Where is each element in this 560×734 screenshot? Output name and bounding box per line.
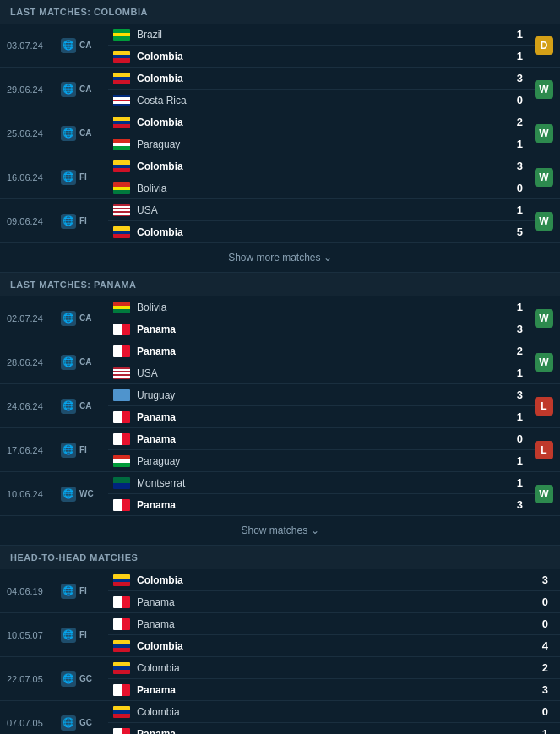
team-name: Colombia [137,226,504,238]
teams-scores: Colombia3Bolivia0 [108,155,535,198]
match-competition: 🌐GC [57,668,108,690]
match-date: 25.06.24 [0,125,57,142]
team-flag [113,324,130,335]
match-date: 24.06.24 [0,398,57,415]
team-flag [113,204,130,216]
team-score: 5 [504,226,530,238]
team-score: 3 [530,683,555,696]
competition-label: WC [79,489,94,498]
team-score: 4 [530,639,555,652]
team-line: Panama2 [108,340,535,362]
team-flag [113,640,130,652]
team-flag [113,226,130,238]
team-line: Colombia5 [108,220,535,242]
match-date: 09.06.24 [0,213,57,230]
panama-show-more[interactable]: Show matches ⌄ [0,516,560,546]
result-badge: W [535,168,553,187]
competition-icon: 🌐 [61,628,76,643]
team-score: 1 [504,410,530,423]
team-line: Bolivia1 [108,296,535,318]
match-date: 10.05.07 [0,627,57,644]
team-line: Panama3 [108,493,535,515]
competition-label: CA [79,357,91,367]
colombia-section: LAST MATCHES: COLOMBIA 03.07.24🌐CABrazil… [0,0,560,273]
team-score: 1 [504,50,530,63]
competition-icon: 🌐 [61,584,76,599]
match-date: 07.07.05 [0,715,57,731]
team-name: Paraguay [137,139,504,150]
team-name: Colombia [137,640,530,652]
team-name: Bolivia [137,182,504,194]
teams-scores: USA1Colombia5 [108,199,535,242]
competition-icon: 🌐 [61,82,76,97]
colombia-show-more[interactable]: Show more matches ⌄ [0,243,560,273]
competition-label: GC [79,674,92,683]
competition-icon: 🌐 [61,487,76,502]
team-flag [113,411,130,423]
competition-label: CA [79,313,91,323]
team-flag [113,499,130,511]
match-row: 02.07.24🌐CABolivia1Panama3W [0,296,560,340]
team-score: 1 [504,476,530,489]
team-name: Costa Rica [137,95,504,106]
team-name: Panama [137,596,530,608]
competition-icon: 🌐 [61,715,76,731]
team-score: 3 [504,389,530,401]
team-flag [113,706,130,718]
h2h-header: HEAD-TO-HEAD MATCHES [0,546,560,569]
match-row: 29.06.24🌐CAColombia3Costa Rica0W [0,68,560,111]
competition-label: CA [79,41,91,50]
team-name: Colombia [137,706,530,718]
team-line: Panama3 [108,318,535,340]
result-badge: W [535,353,553,372]
result-badge: W [535,124,553,143]
team-line: Paraguay1 [108,133,535,155]
team-line: Colombia2 [108,657,560,678]
teams-scores: Colombia0Panama1 [108,701,560,734]
team-name: Panama [137,433,504,445]
match-competition: 🌐CA [57,79,108,101]
competition-icon: 🌐 [61,355,76,370]
team-name: Brazil [137,29,504,41]
team-flag [113,596,130,608]
team-name: Colombia [137,51,504,63]
match-row: 07.07.05🌐GCColombia0Panama1 [0,701,560,734]
team-score: 2 [504,345,530,357]
match-row: 25.06.24🌐CAColombia2Paraguay1W [0,111,560,155]
result-badge: W [535,485,553,503]
competition-icon: 🌐 [61,126,76,141]
team-flag [113,139,130,150]
team-score: 0 [530,595,555,608]
team-line: Panama0 [108,613,560,634]
team-flag [113,618,130,630]
teams-scores: Colombia2Panama3 [108,657,560,700]
team-score: 0 [504,432,530,445]
team-flag [113,684,130,696]
team-score: 1 [530,727,555,734]
team-flag [113,662,130,674]
team-name: Panama [137,345,504,357]
team-score: 0 [530,617,555,630]
team-name: Uruguay [137,389,504,401]
team-score: 1 [504,28,530,41]
team-line: Colombia3 [108,68,535,89]
team-flag [113,728,130,735]
match-row: 28.06.24🌐CAPanama2USA1W [0,340,560,384]
team-score: 2 [504,116,530,128]
team-flag [113,160,130,172]
team-flag [113,117,130,128]
competition-icon: 🌐 [61,671,76,687]
team-flag [113,51,130,63]
team-flag [113,29,130,41]
team-score: 1 [504,454,530,467]
colombia-matches-list: 03.07.24🌐CABrazil1Colombia1D29.06.24🌐CAC… [0,24,560,243]
team-flag [113,182,130,194]
match-competition: 🌐FI [57,439,108,461]
match-date: 10.06.24 [0,486,57,503]
team-line: Colombia1 [108,45,535,67]
result-badge: W [535,309,553,328]
team-name: Colombia [137,574,530,586]
team-name: Colombia [137,73,504,84]
match-competition: 🌐CA [57,351,108,373]
team-name: Bolivia [137,302,504,313]
